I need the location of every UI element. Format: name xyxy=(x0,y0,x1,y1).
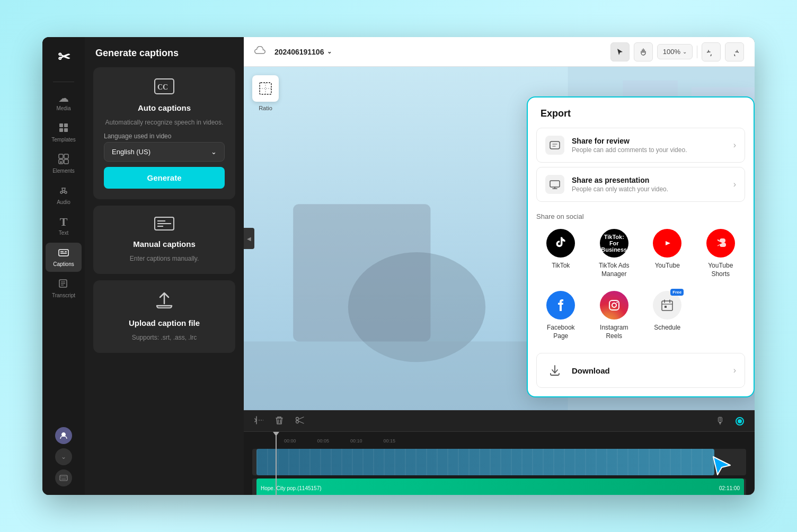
share-presentation-icon xyxy=(545,175,564,194)
svg-rect-42 xyxy=(260,83,271,94)
generate-button[interactable]: Generate xyxy=(104,167,225,189)
tracks-container: 00:00 00:05 00:10 00:15 Hope xyxy=(244,432,755,495)
share-presentation-text: Share as presentation People can only wa… xyxy=(572,176,726,193)
instagram-button[interactable]: InstagramReels xyxy=(590,287,639,344)
templates-icon xyxy=(58,122,69,135)
video-clip[interactable] xyxy=(256,449,714,475)
language-select[interactable]: English (US) ⌄ xyxy=(104,142,225,162)
cloud-icon xyxy=(254,46,266,57)
upload-caption-card: Upload caption file Supports: .srt, .ass… xyxy=(93,280,235,353)
dropdown-arrow-icon: ⌄ xyxy=(211,148,217,156)
transcript-icon xyxy=(58,278,69,290)
sidebar-item-label: Text xyxy=(59,230,68,236)
cursor-tool-button[interactable] xyxy=(610,42,630,61)
audio-clip-time: 02:11:00 xyxy=(719,485,740,491)
share-presentation-button[interactable]: Share as presentation People can only wa… xyxy=(536,167,745,202)
tiktok-button[interactable]: TikTok xyxy=(536,225,586,282)
auto-captions-card: CC Auto captions Automatically recognize… xyxy=(93,67,235,199)
sidebar-item-templates[interactable]: Templates xyxy=(46,118,82,147)
microphone-button[interactable]: 🎙 xyxy=(713,413,727,429)
hand-tool-button[interactable] xyxy=(634,42,653,61)
schedule-button[interactable]: Free Schedule xyxy=(643,287,692,344)
youtube-shorts-icon: ▶ xyxy=(706,229,735,258)
playhead-triangle xyxy=(273,432,279,436)
topbar: 202406191106 ⌄ 100% ⌄ xyxy=(244,37,755,67)
topbar-tools: 100% ⌄ xyxy=(610,42,744,61)
ratio-button[interactable]: Ratio xyxy=(252,75,279,111)
tiktok-ads-button[interactable]: TikTok:For Business TikTok AdsManager xyxy=(590,225,639,282)
youtube-button[interactable]: YouTube xyxy=(643,225,692,282)
svg-rect-2 xyxy=(59,128,63,132)
svg-marker-65 xyxy=(713,457,730,475)
sidebar-item-media[interactable]: ☁ Media xyxy=(46,88,82,116)
audio-icon xyxy=(58,185,69,197)
svg-line-64 xyxy=(299,421,304,423)
schedule-label: Schedule xyxy=(654,324,680,332)
share-presentation-arrow-icon: › xyxy=(733,180,736,189)
undo-button[interactable] xyxy=(702,42,721,61)
zoom-chevron-icon: ⌄ xyxy=(683,49,687,55)
video-track xyxy=(252,449,746,475)
manual-captions-card: Manual captions Enter captions manually. xyxy=(93,206,235,274)
ratio-icon-box xyxy=(252,75,279,102)
split-tool-button[interactable] xyxy=(252,413,266,429)
share-review-icon xyxy=(545,136,564,155)
timeline: 🎙 00:00 00:05 00:10 xyxy=(244,410,755,495)
record-button[interactable] xyxy=(733,415,746,428)
audio-clip[interactable]: Hope. City pop.(1145157) 02:11:00 xyxy=(256,478,744,495)
sidebar-item-label: Captions xyxy=(53,261,74,268)
download-button[interactable]: Download › xyxy=(536,353,745,388)
sidebar-item-audio[interactable]: Audio xyxy=(46,181,82,210)
download-text: Download xyxy=(572,366,726,375)
avatar-icon[interactable] xyxy=(55,427,72,444)
schedule-icon: Free xyxy=(653,291,681,320)
tiktok-ads-label: TikTok AdsManager xyxy=(599,262,630,278)
youtube-shorts-label: YouTubeShorts xyxy=(708,262,733,278)
upload-caption-title: Upload caption file xyxy=(129,318,200,327)
tiktok-icon xyxy=(546,229,575,258)
free-badge: Free xyxy=(670,289,684,296)
svg-point-50 xyxy=(612,303,616,307)
app-container: ✂ ☁ Media Templates xyxy=(42,37,755,495)
ratio-label: Ratio xyxy=(259,105,272,111)
share-social-label: Share on social xyxy=(528,210,754,225)
manual-captions-title: Manual captions xyxy=(133,240,196,249)
collapse-icon: ◀ xyxy=(247,236,251,242)
youtube-shorts-button[interactable]: ▶ YouTubeShorts xyxy=(696,225,746,282)
youtube-icon-wrapper xyxy=(653,229,681,258)
svg-text:▶: ▶ xyxy=(717,239,722,246)
share-review-text: Share for review People can add comments… xyxy=(572,137,726,154)
svg-point-11 xyxy=(65,191,67,193)
cut-tool-button[interactable] xyxy=(293,413,306,429)
sidebar-divider xyxy=(53,82,74,82)
sidebar-item-transcript[interactable]: Transcript xyxy=(46,274,82,303)
svg-rect-7 xyxy=(64,159,68,164)
download-arrow-icon: › xyxy=(733,366,736,375)
media-icon: ☁ xyxy=(58,93,69,103)
chevron-down-icon[interactable]: ⌄ xyxy=(55,448,72,465)
timeline-content: 00:00 00:05 00:10 00:15 Hope xyxy=(244,432,755,495)
zoom-control[interactable]: 100% ⌄ xyxy=(657,44,693,59)
facebook-button[interactable]: FacebookPage xyxy=(536,287,586,344)
export-options: Share for review People can add comments… xyxy=(528,128,754,210)
captions-panel: Generate captions CC Auto captions Autom… xyxy=(85,37,244,495)
download-icon xyxy=(545,361,564,380)
redo-button[interactable] xyxy=(725,42,744,61)
playhead xyxy=(276,432,277,495)
filename-label[interactable]: 202406191106 ⌄ xyxy=(274,48,332,56)
delete-tool-button[interactable] xyxy=(272,413,286,429)
sidebar-item-elements[interactable]: Elements xyxy=(46,149,82,179)
share-for-review-button[interactable]: Share for review People can add comments… xyxy=(536,128,745,163)
collapse-panel-button[interactable]: ◀ xyxy=(244,228,254,249)
auto-captions-icon: CC xyxy=(154,78,175,98)
upload-caption-icon xyxy=(155,291,174,313)
tiktok-ads-icon-wrapper: TikTok:For Business xyxy=(600,229,628,258)
instagram-icon xyxy=(600,291,628,320)
sidebar-item-text[interactable]: T Text xyxy=(46,212,82,241)
app-logo: ✂ xyxy=(52,46,75,69)
time-marker-3: 00:15 xyxy=(384,438,396,444)
manual-captions-icon xyxy=(154,216,175,234)
keyboard-icon[interactable] xyxy=(55,469,72,486)
sidebar-item-captions[interactable]: Captions xyxy=(46,243,82,272)
main-area: 202406191106 ⌄ 100% ⌄ xyxy=(244,37,755,495)
